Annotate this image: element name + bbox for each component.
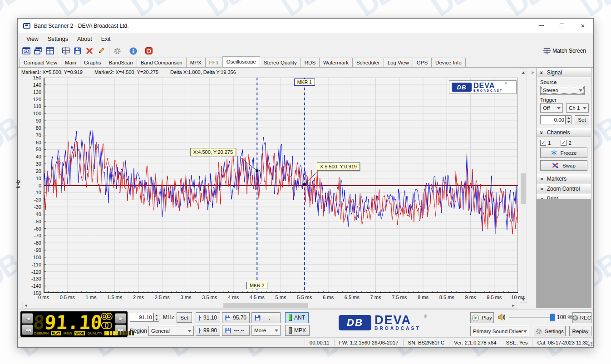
preset-button-3[interactable]: ---,-- [251, 312, 281, 323]
play-button[interactable]: Play [470, 312, 494, 323]
preset-button-4[interactable]: 99.90 [196, 325, 220, 336]
trigger-level-input[interactable]: 0.00 [540, 115, 566, 124]
preset-button-1[interactable]: 91.10 [196, 312, 220, 323]
tune-frequency-input[interactable]: 91.10 [130, 313, 153, 322]
step-back-button[interactable]: ◀◀ [22, 325, 33, 335]
panel-title: Markers [547, 176, 567, 182]
channel-1-checkbox[interactable]: ✓ 1 [540, 140, 551, 146]
replay-button[interactable]: Replay [569, 326, 591, 336]
tile-windows-button[interactable] [44, 45, 56, 56]
source-select[interactable]: Stereo [540, 86, 585, 95]
edit-button[interactable] [95, 45, 107, 56]
y-tick-label: 130 [26, 89, 41, 95]
preset-button-2[interactable]: 95.70 [222, 312, 250, 323]
horizontal-scrollbar-thumb[interactable] [223, 303, 308, 308]
panel-collapse-button[interactable]: » [529, 69, 536, 76]
tab-scheduler[interactable]: Scheduler [352, 58, 384, 67]
trigger-select[interactable]: Off [540, 103, 563, 113]
tab-band-comparison[interactable]: Band Comparison [137, 58, 187, 67]
audio-settings-button[interactable]: Settings [534, 326, 566, 336]
vertical-scrollbar-thumb[interactable] [521, 173, 526, 204]
power-button[interactable] [143, 45, 155, 56]
seek-back-button[interactable]: ◀ [22, 313, 33, 324]
sound-driver-select[interactable]: Primary Sound Driver [470, 326, 529, 336]
marker-info-bar: Marker1: X=5.500, Y=0.919 Marker2: X=4.5… [18, 68, 535, 77]
brand-sub: BROADCAST [374, 326, 421, 331]
more-presets-select[interactable]: More [251, 325, 281, 336]
tune-frequency-stepper[interactable] [153, 313, 159, 322]
y-tick-label: 60 [26, 140, 41, 145]
channels-panel-header[interactable]: » Channels [537, 128, 591, 137]
tab-gps[interactable]: GPS [413, 58, 432, 67]
menu-item-view[interactable]: View [22, 34, 43, 44]
match-screen-button[interactable]: Match Screen [540, 46, 590, 56]
mpx-button[interactable]: MPX [285, 325, 310, 336]
bottom-control-bar: ◀ ◀◀ ▶ ▶▶ 891.10 DEEMPHFLATIFBWWIDEQUALI… [18, 309, 593, 337]
window-title: Band Scanner 2 - DEVA Broadcast Ltd. [34, 23, 129, 29]
tab-rds[interactable]: RDS [301, 58, 320, 67]
scroll-left-icon[interactable]: ◂ [23, 302, 29, 308]
brand-sub: BROADCAST [473, 89, 503, 93]
settings-button[interactable] [111, 45, 123, 56]
trigger-level-stepper[interactable] [566, 115, 572, 124]
tab-device-info[interactable]: Device Info [431, 58, 466, 67]
view-button[interactable] [20, 45, 32, 56]
volume-slider[interactable] [509, 317, 553, 318]
save-button[interactable] [72, 45, 84, 56]
tab-mpx[interactable]: MPX [186, 58, 206, 67]
chevron-down-icon [557, 107, 561, 109]
rec-button[interactable]: REC [572, 312, 591, 323]
checkbox-checked-icon: ✓ [540, 140, 546, 146]
chevron-expanded-icon: » [538, 131, 545, 134]
resize-grip[interactable] [591, 344, 592, 346]
close-button[interactable]: × [572, 19, 593, 33]
swap-button[interactable]: Swap [540, 160, 587, 171]
menu-item-about[interactable]: About [73, 34, 96, 44]
minimize-button[interactable] [531, 19, 552, 33]
volume-slider-thumb[interactable] [550, 314, 555, 321]
marker-flag-mkr-1[interactable]: MKR 1 [294, 79, 315, 86]
data-tooltip: X:5.500, Y:0.919 [317, 162, 360, 171]
info-button[interactable] [127, 45, 139, 56]
cascade-windows-button[interactable] [32, 45, 44, 56]
tab-watermark[interactable]: Watermark [319, 58, 353, 67]
tab-stereo-quality[interactable]: Stereo Quality [260, 58, 301, 67]
match-screen-tool-button[interactable] [60, 45, 72, 56]
oscilloscope-plot[interactable] [44, 78, 518, 293]
trigger-channel-select[interactable]: Ch 1 [566, 103, 589, 113]
freeze-button[interactable]: Freeze [540, 148, 587, 158]
tab-graphs[interactable]: Graphs [80, 58, 105, 67]
scroll-right-icon[interactable]: ▸ [510, 302, 517, 308]
set-frequency-button[interactable]: Set [177, 312, 192, 323]
region-select[interactable]: General [148, 326, 194, 336]
stepper-up-icon[interactable] [154, 313, 159, 317]
vertical-scrollbar[interactable]: ▲ ▼ [520, 69, 527, 303]
channel-2-checkbox[interactable]: ✓ 2 [561, 140, 571, 146]
tab-main[interactable]: Main [61, 58, 80, 67]
horizontal-scrollbar[interactable]: ◂ ▸ [22, 302, 517, 309]
menu-item-exit[interactable]: Exit [97, 34, 115, 44]
marker-flag-mkr-2[interactable]: MKR 2 [246, 282, 267, 289]
tab-fft[interactable]: FFT [205, 58, 223, 67]
preset-button-5[interactable]: ---,-- [222, 325, 250, 336]
y-tick-label: -110 [26, 262, 41, 267]
seek-forward-button[interactable]: ▶ [115, 313, 126, 324]
stepper-up-icon[interactable] [566, 116, 571, 120]
tab-compact-view[interactable]: Compact View [20, 58, 61, 67]
app-icon [23, 23, 30, 29]
scroll-up-icon[interactable]: ▲ [520, 69, 527, 75]
tab-log-view[interactable]: Log View [384, 58, 413, 67]
maximize-button[interactable] [552, 19, 572, 33]
trigger-set-button[interactable]: Set [575, 115, 589, 124]
ant-button[interactable]: ANT [285, 312, 309, 323]
markers-panel-header[interactable]: »Markers [537, 174, 591, 183]
tab-bandscan[interactable]: BandScan [105, 58, 137, 67]
tab-oscilloscope[interactable]: Oscilloscope [222, 56, 260, 67]
menu-item-settings[interactable]: Settings [44, 34, 72, 44]
deva-emblem: DB [339, 315, 371, 330]
stepper-down-icon[interactable] [566, 120, 571, 124]
stepper-down-icon[interactable] [154, 317, 159, 321]
signal-panel-header[interactable]: » Signal [537, 68, 591, 77]
zoom-control-panel-header[interactable]: »Zoom Control [537, 184, 591, 193]
delete-button[interactable] [84, 45, 95, 56]
